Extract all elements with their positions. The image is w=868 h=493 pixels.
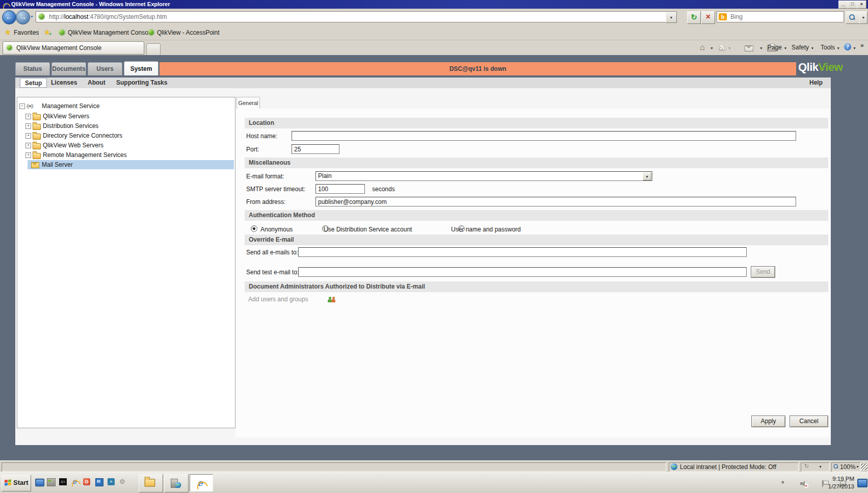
expand-icon[interactable]: +	[25, 152, 31, 158]
initial-config-tasks-icon[interactable]: O	[83, 478, 90, 485]
send-button[interactable]: Send	[751, 266, 775, 278]
radio-anonymous[interactable]	[251, 225, 257, 232]
stop-button[interactable]: ×	[701, 11, 715, 24]
close-button[interactable]: ×	[857, 1, 866, 9]
internet-explorer-quicklaunch-icon[interactable]: e	[71, 478, 78, 485]
rss-feed-icon[interactable]	[719, 44, 725, 51]
compat-dropdown-icon[interactable]: ▼	[819, 465, 822, 469]
zoom-dropdown-icon[interactable]: ▼	[856, 465, 859, 469]
home-icon[interactable]: ⌂	[700, 44, 705, 51]
tab-system[interactable]: System	[124, 61, 159, 75]
volume-muted-icon[interactable]: x	[800, 481, 807, 487]
smtp-timeout-input[interactable]	[315, 184, 365, 194]
apply-button[interactable]: Apply	[751, 416, 785, 427]
rss-dropdown-icon[interactable]: ▼	[728, 46, 731, 50]
back-button[interactable]: ←	[2, 10, 16, 24]
select-dropdown-icon[interactable]: ▼	[643, 172, 651, 180]
address-dropdown-button[interactable]: ▼	[666, 12, 677, 23]
favorite-item-qmc[interactable]: QlikView Management Console	[68, 29, 153, 36]
port-input[interactable]	[292, 144, 339, 154]
tab-documents[interactable]: Documents	[51, 62, 86, 75]
radio-distribution-account-label[interactable]: Use Distribution Service account	[324, 226, 412, 233]
subtab-about[interactable]: About	[88, 77, 106, 88]
expand-icon[interactable]: +	[25, 143, 31, 148]
explorer-task-button[interactable]	[139, 474, 163, 492]
content-area: − ((●)) Management Service + QlikView Se…	[15, 88, 831, 445]
tools-menu-button[interactable]: Tools ▼	[821, 44, 840, 51]
print-dropdown-icon[interactable]: ▼	[759, 46, 763, 50]
compat-segment[interactable]: ↻ ▼	[801, 462, 830, 472]
toolbar-overflow-icon[interactable]: »	[860, 42, 864, 49]
search-box[interactable]: b	[717, 11, 844, 22]
host-name-input[interactable]	[292, 131, 796, 141]
cancel-button[interactable]: Cancel	[790, 416, 828, 427]
windows-logo-icon	[5, 479, 11, 485]
history-dropdown-icon[interactable]: ▼	[30, 15, 34, 18]
search-icon	[849, 14, 855, 20]
tray-clock[interactable]: 9:19 PM 1/27/2013	[824, 475, 854, 490]
send-test-input[interactable]	[298, 267, 747, 277]
add-users-groups-link[interactable]: Add users and groups	[248, 296, 308, 303]
internet-explorer-task-button[interactable]: e	[190, 474, 213, 491]
favorite-item-accesspoint[interactable]: QlikView - AccessPoint	[157, 29, 220, 36]
tab-general[interactable]: General	[236, 97, 260, 109]
home-dropdown-icon[interactable]: ▼	[710, 46, 714, 50]
search-input[interactable]	[729, 13, 841, 21]
expand-icon[interactable]: +	[25, 133, 31, 139]
window-switcher-icon[interactable]	[95, 478, 103, 486]
address-bar[interactable]: http://localhost:4780/qmc/SystemSetup.ht…	[36, 11, 677, 22]
help-link[interactable]: Help	[809, 77, 823, 88]
server-manager-icon[interactable]	[47, 478, 56, 486]
forward-button[interactable]: →	[16, 10, 30, 24]
tree-item-mail-server-selected[interactable]: Mail Server	[28, 160, 234, 169]
bing-icon: b	[719, 13, 727, 20]
alert-text: DSC@qv11 is down	[160, 65, 796, 72]
tab-status[interactable]: Status	[15, 62, 50, 75]
favorites-button[interactable]: Favorites	[14, 29, 39, 36]
expand-icon[interactable]: +	[25, 114, 31, 119]
search-button[interactable]	[846, 11, 860, 24]
command-prompt-icon[interactable]: C:\	[59, 478, 67, 485]
collapse-icon[interactable]: −	[19, 103, 25, 109]
favorites-star-icon: ★	[5, 28, 11, 36]
subtab-licenses[interactable]: Licenses	[51, 77, 77, 88]
tray-overflow-icon[interactable]: »	[779, 481, 785, 484]
minimize-button[interactable]: _	[838, 1, 848, 9]
maximize-button[interactable]: □	[848, 1, 857, 9]
subtab-supporting-tasks[interactable]: Supporting Tasks	[116, 77, 167, 88]
radio-anonymous-label[interactable]: Anonymous	[260, 226, 293, 233]
tree-item-remote-management-services[interactable]: + Remote Management Services	[25, 150, 34, 160]
powershell-icon[interactable]: >	[108, 478, 115, 485]
new-tab-stub[interactable]	[146, 43, 161, 56]
expand-icon[interactable]: +	[25, 123, 31, 129]
server-manager-task-button[interactable]	[164, 474, 189, 492]
start-button[interactable]: Start	[2, 475, 31, 491]
from-address-input[interactable]	[315, 197, 796, 206]
section-doc-admins: Document Administrators Authorized to Di…	[245, 281, 828, 292]
tree-item-directory-service-connectors[interactable]: + Directory Service Connectors	[25, 131, 34, 140]
url-host: localhost	[64, 13, 88, 20]
safety-menu-button[interactable]: Safety ▼	[792, 44, 814, 51]
send-all-input[interactable]	[298, 247, 747, 257]
refresh-button[interactable]: ↻	[687, 11, 701, 24]
help-menu-icon[interactable]: ?	[844, 43, 851, 50]
help-dropdown-icon[interactable]: ▼	[853, 46, 856, 50]
resize-grip[interactable]	[861, 463, 867, 470]
subtab-setup[interactable]: Setup	[20, 78, 47, 88]
users-groups-icon[interactable]	[327, 296, 336, 302]
tree-item-distribution-services[interactable]: + Distribution Services	[25, 121, 34, 131]
ie-task-icon: e	[196, 479, 205, 488]
tab-users[interactable]: Users	[88, 62, 122, 75]
tree-item-qlikview-servers[interactable]: + QlikView Servers	[25, 112, 34, 121]
show-desktop-icon[interactable]	[35, 479, 44, 486]
page-menu-button[interactable]: Page ▼	[768, 44, 787, 51]
zoom-segment[interactable]: 100% ▼	[831, 462, 861, 472]
search-dropdown-button[interactable]: ▼	[859, 11, 867, 24]
services-icon[interactable]: ⚙	[119, 478, 125, 485]
desktop-tray-icon[interactable]	[857, 479, 867, 487]
radio-username-password-label[interactable]: User name and password	[451, 226, 521, 233]
browser-tab[interactable]: QlikView Management Console	[3, 41, 144, 55]
tree-item-qlikview-web-servers[interactable]: + QlikView Web Servers	[25, 141, 34, 150]
email-format-select[interactable]: Plain ▼	[315, 171, 652, 181]
read-mail-icon[interactable]	[745, 45, 753, 51]
